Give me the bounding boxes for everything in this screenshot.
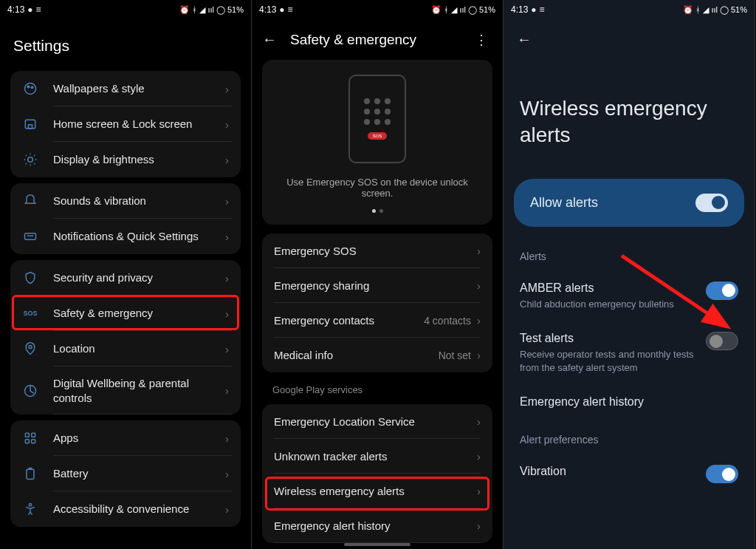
page-header: ← — [504, 19, 755, 60]
svg-rect-10 — [32, 433, 35, 437]
battery-icon — [22, 466, 38, 482]
signal-icon: ııl — [459, 5, 466, 14]
amber-alerts-row[interactable]: AMBER alerts Child abduction emergency b… — [504, 273, 755, 323]
chevron-right-icon: › — [477, 279, 481, 292]
status-bar: 4:13 ● ≡ ⏰ ᚼ ◢ ııl ◯ 51% — [252, 0, 503, 19]
home-icon — [22, 116, 38, 132]
security-row[interactable]: Security and privacy › — [10, 260, 241, 296]
chevron-right-icon: › — [225, 343, 229, 355]
location-row[interactable]: Location › — [10, 331, 241, 366]
svg-rect-13 — [27, 469, 34, 479]
status-time: 4:13 — [7, 4, 24, 15]
signal-icon: ııl — [207, 5, 214, 14]
chevron-right-icon: › — [225, 154, 229, 166]
page-indicator — [274, 209, 481, 213]
sos-icon: SOS — [22, 305, 38, 321]
gesture-bar — [344, 543, 410, 546]
alarm-icon: ⏰ — [683, 5, 693, 15]
chevron-right-icon: › — [225, 432, 229, 445]
back-button[interactable]: ← — [517, 31, 741, 48]
settings-group: Sounds & vibration › Notifications & Qui… — [10, 183, 241, 254]
google-play-group: Emergency Location Service › Unknown tra… — [262, 404, 492, 543]
svg-point-0 — [25, 83, 36, 95]
svg-point-2 — [31, 86, 33, 89]
test-alerts-row[interactable]: Test alerts Receive operator tests and m… — [504, 323, 755, 386]
wellbeing-row[interactable]: Digital Wellbeing & parental controls › — [10, 366, 241, 415]
emergency-sharing-row[interactable]: Emergency sharing › — [262, 268, 492, 303]
medical-info-row[interactable]: Medical info Not set › — [262, 338, 492, 372]
notifications-row[interactable]: Notifications & Quick Settings › — [10, 219, 241, 254]
pin-icon — [22, 341, 38, 357]
apps-row[interactable]: Apps › — [10, 420, 241, 456]
settings-group: Security and privacy › SOS Safety & emer… — [10, 260, 241, 415]
safety-emergency-screen: 4:13 ● ≡ ⏰ ᚼ ◢ ııl ◯ 51% ← Safety & emer… — [252, 0, 504, 549]
battery-ring-icon: ◯ — [216, 5, 225, 15]
chevron-right-icon: › — [225, 83, 229, 95]
sos-caption: Use Emergency SOS on the device unlock s… — [274, 177, 481, 199]
vibration-toggle[interactable] — [706, 465, 738, 483]
settings-group: Apps › Battery › Accessibility & conveni… — [10, 420, 241, 527]
chevron-right-icon: › — [225, 468, 229, 480]
wireless-alerts-screen: 4:13 ● ≡ ⏰ ᚼ ◢ ııl ◯ 51% ← Wireless emer… — [504, 0, 755, 549]
chevron-right-icon: › — [477, 415, 481, 428]
emergency-sos-row[interactable]: Emergency SOS › — [262, 233, 492, 268]
amber-toggle[interactable] — [706, 282, 738, 300]
more-button[interactable]: ⋮ — [470, 32, 492, 48]
page-title: Settings — [0, 19, 251, 65]
page-title: Wireless emergency alerts — [504, 60, 755, 171]
test-toggle[interactable] — [706, 332, 738, 350]
emergency-history-row[interactable]: Emergency alert history — [504, 386, 755, 423]
battery-ring-icon: ◯ — [720, 5, 729, 15]
unknown-tracker-row[interactable]: Unknown tracker alerts › — [262, 439, 492, 474]
svg-point-15 — [29, 504, 31, 506]
battery-text: 51% — [731, 5, 747, 14]
svg-rect-14 — [29, 468, 31, 470]
settings-group: Wallpapers & style › Home screen & Lock … — [10, 71, 241, 177]
chevron-right-icon: › — [225, 384, 229, 397]
chevron-right-icon: › — [477, 485, 481, 497]
allow-alerts-card[interactable]: Allow alerts — [514, 179, 744, 227]
svg-rect-6 — [25, 233, 36, 239]
chevron-right-icon: › — [225, 503, 229, 516]
signal-icon: ııl — [711, 5, 718, 14]
chevron-right-icon: › — [225, 272, 229, 284]
svg-rect-12 — [32, 440, 35, 443]
safety-emergency-row[interactable]: SOS Safety & emergency › — [10, 296, 241, 331]
status-notif-icon: ● — [27, 4, 32, 15]
vibration-row[interactable]: Vibration — [504, 456, 755, 495]
chevron-right-icon: › — [477, 349, 481, 361]
sos-pill: SOS — [368, 132, 388, 140]
svg-rect-11 — [25, 440, 29, 443]
chevron-right-icon: › — [225, 231, 229, 243]
wireless-emergency-row[interactable]: Wireless emergency alerts › — [262, 474, 492, 508]
emergency-contacts-row[interactable]: Emergency contacts 4 contacts › — [262, 303, 492, 338]
bell-icon — [22, 193, 38, 209]
chevron-right-icon: › — [477, 450, 481, 463]
chevron-right-icon: › — [225, 307, 229, 320]
palette-icon — [22, 81, 38, 97]
accessibility-icon — [22, 501, 38, 517]
sun-icon — [22, 151, 38, 168]
bluetooth-icon: ᚼ — [192, 5, 197, 14]
chevron-right-icon: › — [477, 519, 481, 532]
display-row[interactable]: Display & brightness › — [10, 142, 241, 177]
wallpapers-row[interactable]: Wallpapers & style › — [10, 71, 241, 106]
emergency-history-row[interactable]: Emergency alert history › — [262, 508, 492, 543]
svg-point-5 — [28, 157, 33, 163]
notification-icon — [22, 228, 38, 245]
allow-alerts-toggle[interactable] — [695, 194, 728, 212]
chevron-right-icon: › — [477, 314, 481, 327]
battery-text: 51% — [227, 5, 244, 14]
accessibility-row[interactable]: Accessibility & convenience › — [10, 491, 241, 527]
chevron-right-icon: › — [477, 245, 481, 257]
battery-row[interactable]: Battery › — [10, 456, 241, 491]
sounds-row[interactable]: Sounds & vibration › — [10, 183, 241, 219]
settings-screen: 4:13 ● ≡ ⏰ ᚼ ◢ ııl ◯ 51% Settings Wallpa… — [0, 0, 252, 549]
alarm-icon: ⏰ — [431, 5, 441, 15]
home-lock-row[interactable]: Home screen & Lock screen › — [10, 106, 241, 142]
svg-rect-3 — [25, 120, 35, 129]
emergency-location-row[interactable]: Emergency Location Service › — [262, 404, 492, 439]
wifi-icon: ◢ — [451, 5, 457, 15]
section-header: Google Play services — [252, 378, 503, 398]
back-button[interactable]: ← — [262, 31, 277, 48]
